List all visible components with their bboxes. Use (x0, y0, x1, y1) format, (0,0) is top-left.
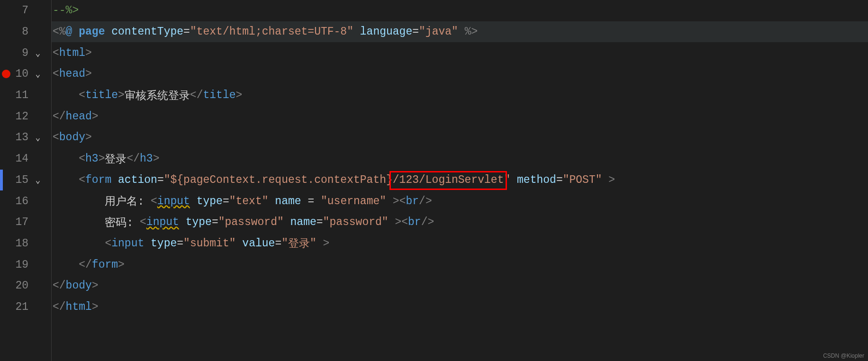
code-text: contentType (111, 26, 183, 38)
code-text: body (59, 131, 85, 144)
breakpoint-icon[interactable] (2, 70, 10, 78)
code-text: head (59, 68, 85, 80)
gutter: 7 8 9⌄ 10⌄ 11 12 13⌄ 14 15⌄ 16 17 18 19 … (0, 0, 51, 361)
code-text: text/html;charset=UTF-8 (197, 26, 347, 38)
current-line-indicator (0, 170, 3, 191)
line-number: 13 (0, 131, 28, 144)
code-text: action (118, 174, 157, 186)
fold-icon[interactable]: ⌄ (28, 175, 47, 185)
line-number: 14 (0, 153, 28, 165)
code-text: %> (465, 26, 478, 38)
code-text: language (360, 26, 412, 38)
code-text: title (85, 89, 118, 101)
line-number: 15 (0, 174, 28, 186)
line-number: 20 (0, 280, 28, 292)
code-text: body (66, 280, 92, 292)
code-text: java (425, 26, 452, 38)
code-area[interactable]: --%> <%@ page contentType="text/html;cha… (51, 0, 868, 361)
line-number: 12 (0, 110, 28, 123)
watermark: CSDN @Kiopler (823, 352, 864, 359)
code-text: form (92, 259, 118, 271)
code-text: page (79, 26, 105, 38)
code-text: 密码: (105, 215, 140, 230)
code-text: html (59, 47, 85, 59)
code-text: --%> (53, 4, 79, 17)
code-text: 登录 (105, 152, 127, 166)
line-number: 16 (0, 195, 28, 208)
line-number: 11 (0, 89, 28, 101)
line-number: 21 (0, 301, 28, 313)
code-text: ${pageContext.request.contextPath} (171, 174, 393, 186)
line-number: 9 (0, 47, 28, 59)
code-text: h3 (85, 153, 99, 165)
line-number: 17 (0, 216, 28, 228)
code-text: /123/LoginServlet (393, 174, 504, 186)
code-text: POST (570, 174, 596, 186)
line-number: 7 (0, 4, 28, 17)
code-text: method (517, 174, 556, 186)
line-number: 18 (0, 237, 28, 250)
fold-icon[interactable]: ⌄ (28, 132, 47, 143)
code-text: head (66, 110, 92, 123)
line-number: 8 (0, 26, 28, 38)
fold-icon[interactable]: ⌄ (28, 48, 47, 58)
code-text: @ (66, 26, 79, 38)
code-text: html (66, 301, 92, 313)
code-text: input (157, 195, 190, 208)
code-text: input (111, 237, 144, 250)
code-text: 审核系统登录 (125, 88, 190, 103)
code-text: <% (53, 26, 66, 38)
code-text: form (85, 174, 111, 186)
code-text: 用户名: (105, 194, 151, 208)
fold-icon[interactable]: ⌄ (28, 69, 47, 79)
line-number: 19 (0, 259, 28, 271)
code-text: input (146, 216, 179, 228)
code-editor[interactable]: 7 8 9⌄ 10⌄ 11 12 13⌄ 14 15⌄ 16 17 18 19 … (0, 0, 868, 361)
